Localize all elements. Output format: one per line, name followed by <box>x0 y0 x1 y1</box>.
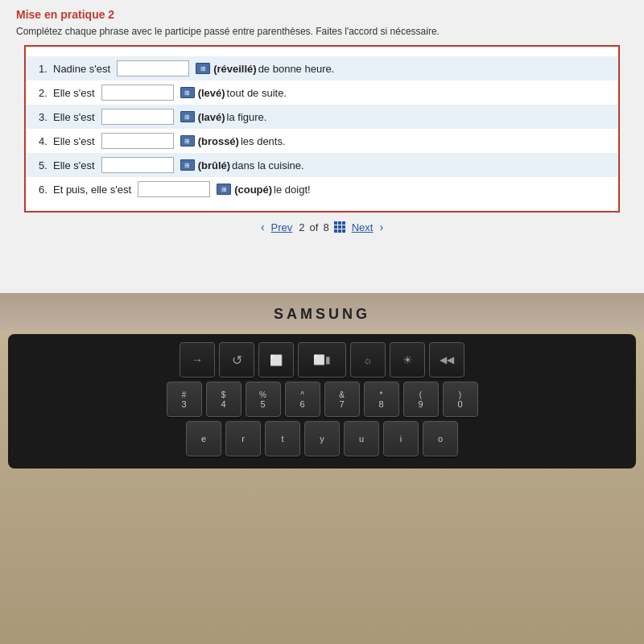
key-9[interactable]: ( 9 <box>403 382 439 417</box>
instruction: Complétez chaque phrase avec le particip… <box>16 26 628 37</box>
row-num-1: 1. <box>39 63 53 75</box>
keyboard-row-special: → ↺ ⬜ ⬜▮ ☼ ☀ ◀◀ <box>16 342 628 378</box>
dict-icon-3[interactable]: ⊞ <box>180 111 195 122</box>
keyboard-row-numbers: # 3 $ 4 % 5 ^ 6 & 7 * 8 <box>16 382 628 417</box>
row-num-4: 4. <box>39 135 53 147</box>
page-of: of <box>310 221 319 233</box>
key-u[interactable]: u <box>344 421 379 456</box>
row-before-4: Elle s'est <box>53 135 95 147</box>
row-after-2: tout de suite. <box>227 87 287 99</box>
page-current: 2 <box>299 221 304 233</box>
answer-input-2[interactable] <box>101 85 174 101</box>
key-brightness-down[interactable]: ☼ <box>350 342 386 378</box>
key-8[interactable]: * 8 <box>364 382 399 417</box>
prev-button[interactable]: Prev <box>271 221 293 233</box>
prev-chevron[interactable]: ‹ <box>261 221 265 233</box>
row-num-2: 2. <box>39 87 53 99</box>
key-t[interactable]: t <box>265 421 300 456</box>
answer-input-1[interactable] <box>117 60 189 76</box>
content-area: Mise en pratique 2 Complétez chaque phra… <box>0 0 644 250</box>
exercise-row-5: 5. Elle s'est ⊞ (brûlé) dans la cuisine. <box>26 153 618 177</box>
row-num-3: 3. <box>39 111 53 123</box>
screen-bezel: SAMSUNG <box>0 298 644 330</box>
dict-icon-4[interactable]: ⊞ <box>180 135 195 147</box>
word-hint-5: (brûlé) <box>198 159 230 171</box>
next-chevron[interactable]: › <box>379 221 383 233</box>
key-3[interactable]: # 3 <box>167 382 202 417</box>
key-brightness-up[interactable]: ☀ <box>390 342 425 378</box>
key-media[interactable]: ◀◀ <box>429 342 464 378</box>
answer-input-5[interactable] <box>101 157 174 173</box>
screen: Mise en pratique 2 Complétez chaque phra… <box>0 0 644 298</box>
keyboard-row-letters: e r t y u i o <box>16 421 628 456</box>
key-e[interactable]: e <box>186 421 221 456</box>
word-hint-4: (brossé) <box>198 135 239 147</box>
row-num-5: 5. <box>39 159 53 171</box>
nav-bar: ‹ Prev 2 of 8 Next › <box>16 213 628 242</box>
row-after-3: la figure. <box>227 111 267 123</box>
samsung-logo: SAMSUNG <box>274 306 370 323</box>
exercise-row-2: 2. Elle s'est ⊞ (levé) tout de suite. <box>39 80 605 105</box>
row-before-6: Et puis, elle s'est <box>53 184 131 196</box>
answer-input-4[interactable] <box>101 133 174 149</box>
key-6[interactable]: ^ 6 <box>285 382 320 417</box>
grid-icon[interactable] <box>334 221 345 233</box>
exercise-box: 1. Nadine s'est ⊞ (réveillé) de bonne he… <box>24 45 620 213</box>
row-after-6: le doigt! <box>274 184 311 196</box>
next-button[interactable]: Next <box>352 221 374 233</box>
dict-icon-1[interactable]: ⊞ <box>196 63 210 74</box>
dict-icon-2[interactable]: ⊞ <box>180 87 195 98</box>
page-info: 2 of 8 <box>299 221 345 233</box>
answer-input-6[interactable] <box>138 181 210 197</box>
key-r[interactable]: r <box>225 421 261 456</box>
word-hint-2: (levé) <box>198 87 225 99</box>
key-0[interactable]: ) 0 <box>443 382 478 417</box>
row-after-4: les dents. <box>241 135 286 147</box>
key-5[interactable]: % 5 <box>246 382 281 417</box>
exercise-row-4: 4. Elle s'est ⊞ (brossé) les dents. <box>39 129 605 153</box>
dict-icon-5[interactable]: ⊞ <box>180 159 195 171</box>
key-7[interactable]: & 7 <box>324 382 360 417</box>
row-before-2: Elle s'est <box>53 87 95 99</box>
page-total: 8 <box>323 221 328 233</box>
word-hint-3: (lavé) <box>198 111 225 123</box>
row-before-3: Elle s'est <box>53 111 95 123</box>
exercise-row-6: 6. Et puis, elle s'est ⊞ (coupé) le doig… <box>39 177 605 201</box>
row-after-5: dans la cuisine. <box>232 159 304 171</box>
section-title: Mise en pratique 2 <box>16 8 628 21</box>
key-4[interactable]: $ 4 <box>206 382 242 417</box>
key-i[interactable]: i <box>383 421 419 456</box>
row-before-5: Elle s'est <box>53 159 95 171</box>
row-before-1: Nadine s'est <box>53 63 110 75</box>
key-refresh[interactable]: ↺ <box>219 342 254 378</box>
key-multiwindow[interactable]: ⬜▮ <box>298 342 346 378</box>
keyboard-area: → ↺ ⬜ ⬜▮ ☼ ☀ ◀◀ # 3 $ 4 % 5 ^ 6 <box>8 334 636 469</box>
exercise-row-1: 1. Nadine s'est ⊞ (réveillé) de bonne he… <box>26 56 618 80</box>
dict-icon-6[interactable]: ⊞ <box>217 184 231 195</box>
key-window[interactable]: ⬜ <box>258 342 294 378</box>
exercise-row-3: 3. Elle s'est ⊞ (lavé) la figure. <box>26 105 618 129</box>
row-num-6: 6. <box>39 184 53 196</box>
word-hint-6: (coupé) <box>234 184 272 196</box>
laptop-body: SAMSUNG → ↺ ⬜ ⬜▮ ☼ ☀ ◀◀ # 3 $ 4 % 5 <box>0 298 644 644</box>
word-hint-1: (réveillé) <box>213 63 256 75</box>
key-o[interactable]: o <box>423 421 458 456</box>
answer-input-3[interactable] <box>101 109 174 125</box>
key-y[interactable]: y <box>304 421 340 456</box>
key-arrow[interactable]: → <box>180 342 215 378</box>
row-after-1: de bonne heure. <box>258 63 335 75</box>
